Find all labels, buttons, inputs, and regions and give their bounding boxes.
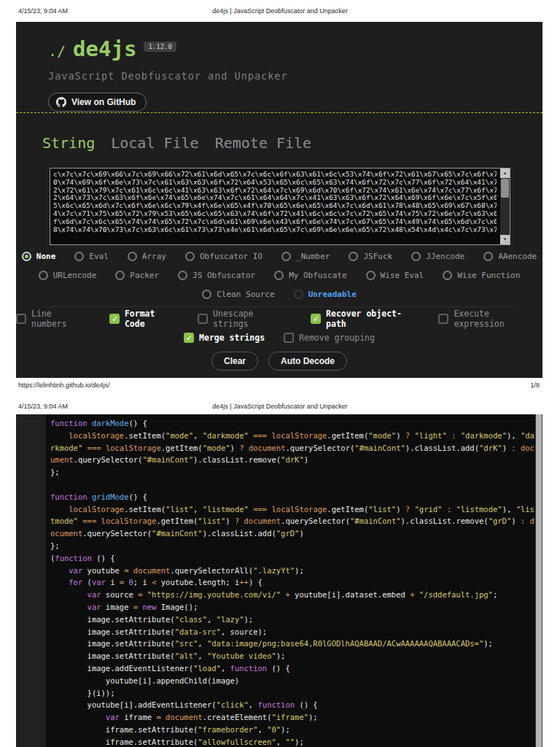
radio-circle-icon [185,252,195,261]
scrollbar-thumb[interactable] [501,179,509,198]
radio-label: Array [142,252,166,261]
code-line: iframe.setAttribute("allowfullscreen", "… [50,736,535,747]
checkbox-execute-expression[interactable]: Execute expression [438,309,542,329]
code-line: ocument.querySelector("#mainCont").class… [50,527,535,540]
radio-label: _Number [296,252,330,261]
code-line: var iframe = document.createElement("ifr… [50,711,535,724]
github-button-label: View on GitHub [71,97,136,107]
dashed-divider [16,112,542,113]
checkbox-line-numbers[interactable]: Line numbers [16,309,90,329]
radio-label: Obfuscator IO [200,252,262,261]
printed-page: 4/15/23, 9:04 AM de4js | JavaScript Deob… [0,0,560,747]
checkbox-unescape-strings[interactable]: Unescape strings [198,309,292,329]
logo-name: de4js [73,36,136,61]
code-line: function gridMode() { [50,491,535,503]
print-header-1: 4/15/23, 9:04 AM de4js | JavaScript Deob… [0,7,560,18]
editor-scrollbar[interactable]: ▲ ▼ [500,169,510,244]
code-line: var youtube = document.querySelectorAll(… [50,565,535,577]
code-line: tmode" === localStorage.getItem("list") … [50,515,535,527]
code-line: localStorage.setItem("list", "listmode" … [50,503,535,516]
checkbox-label: Line numbers [31,309,90,329]
tab-local-file[interactable]: Local File [111,134,198,152]
radio-packer[interactable]: Packer [115,271,159,280]
radio-urlencode[interactable]: URLencode [39,271,97,280]
code-line: image.setAttribute("alt", "Youtube video… [50,650,535,662]
tab-remote-file[interactable]: Remote File [215,134,311,152]
radio-circle-icon [366,271,376,280]
radio-my-obfuscate[interactable]: My Obfuscate [274,271,346,280]
radio-number[interactable]: _Number [281,252,330,261]
code-line: localStorage.setItem("mode", "darkmode" … [50,430,535,442]
checkbox-label: Unescape strings [213,309,292,329]
app-subtitle: JavaScript Deobfuscator and Unpacker [48,70,288,82]
auto-decode-button[interactable]: Auto Decode [268,352,347,371]
source-textarea[interactable]: c\x7c\x7c\x69\x66\x7c\x69\x66\x72\x61\x6… [50,168,510,245]
code-line [50,479,535,491]
checkbox-label: Execute expression [454,309,542,329]
radio-clean-source[interactable]: Clean Source [202,290,274,299]
radio-circle-icon [128,252,137,261]
checkbox-icon [16,314,26,324]
result-scrollbar[interactable] [535,414,542,747]
radio-circle-icon [443,271,452,280]
radio-jjencode[interactable]: JJencode [411,252,464,261]
tabs: StringLocal FileRemote File [42,134,311,152]
radio-circle-icon [115,271,125,280]
checkbox-icon [438,314,448,324]
clear-button[interactable]: Clear [211,352,258,371]
radio-js-obfuscator[interactable]: JS Obfuscator [178,271,255,280]
code-line: youtube[i].appendChild(image) [50,675,535,687]
scroll-up-icon[interactable]: ▲ [500,169,510,178]
checkbox-merge-strings[interactable]: Merge strings [184,333,265,343]
result-panel: function darkMode() { localStorage.setIt… [16,414,542,747]
checkbox-label: Format Code [125,309,179,329]
radio-circle-icon [411,252,421,261]
radio-wise-eval[interactable]: Wise Eval [366,271,424,280]
radio-eval[interactable]: Eval [74,252,109,261]
editor-line: 0\x74\x69\x6f\x6e\x73\x7c\x61\x63\x63\x6… [53,179,497,187]
decoder-options: NoneEvalArrayObfuscator IO_NumberJSFuckJ… [16,249,542,306]
code-line: (function () { [50,552,535,565]
code-line: }; [50,466,535,479]
checkbox-format-code[interactable]: Format Code [109,309,179,329]
editor-content: c\x7c\x7c\x69\x66\x7c\x69\x66\x72\x61\x6… [53,171,497,243]
code-line: image.addEventListener("load", function … [50,662,535,675]
radio-circle-icon [294,290,303,299]
app-panel: ./ de4js 1.12.0 JavaScript Deobfuscator … [16,22,542,378]
code-line: image.setAttribute("src", "data:image/pn… [50,638,535,650]
result-scrollbar-thumb[interactable] [536,414,542,747]
checkbox-remove-grouping[interactable]: Remove grouping [284,333,375,343]
print-header-2: 4/15/23, 9:04 AM de4js | JavaScript Deob… [0,403,560,413]
radio-label: Wise Function [457,271,520,280]
github-icon [56,97,66,107]
radio-jsfuck[interactable]: JSFuck [349,252,392,261]
radio-obfuscator-io[interactable]: Obfuscator IO [185,252,262,261]
radio-label: My Obfuscate [289,271,346,280]
code-line: youtube[i].addEventListener("click", fun… [50,699,535,711]
version-badge: 1.12.0 [144,42,176,52]
tab-string[interactable]: String [42,134,95,152]
print-page-number: 1/8 [530,382,540,389]
code-line: image.setAttribute("data-src", source); [50,626,535,638]
checkbox-label: Merge strings [199,333,265,343]
code-line: function darkMode() { [50,417,535,430]
radio-array[interactable]: Array [128,252,166,261]
print-url: https://lelinhtinh.github.io/de4js/ [18,382,110,389]
editor-line: 8\x74\x74\x70\x73\x7c\x63\x6c\x61\x73\x7… [53,226,497,234]
print-footer-1: https://lelinhtinh.github.io/de4js/ 1/8 [0,382,560,392]
decoder-row: URLencodePackerJS ObfuscatorMy Obfuscate… [16,268,542,282]
print-doc-title-2: de4js | JavaScript Deobfuscator and Unpa… [0,403,560,410]
checkbox-label: Remove grouping [299,333,375,343]
hero-section: ./ de4js 1.12.0 JavaScript Deobfuscator … [48,36,288,112]
radio-circle-icon [202,290,211,299]
radio-label: JSFuck [363,252,392,261]
code-block: function darkMode() { localStorage.setIt… [46,414,535,747]
radio-aaencode[interactable]: AAencode [483,252,537,261]
view-on-github-button[interactable]: View on GitHub [48,93,147,112]
checkbox-icon [109,314,120,324]
checkbox-recover-object-path[interactable]: Recover object-path [311,309,419,329]
radio-unreadable[interactable]: Unreadable [294,290,357,299]
radio-none[interactable]: None [22,252,56,261]
radio-wise-function[interactable]: Wise Function [443,271,520,280]
code-line: iframe.setAttribute("frameborder", "0"); [50,724,535,736]
